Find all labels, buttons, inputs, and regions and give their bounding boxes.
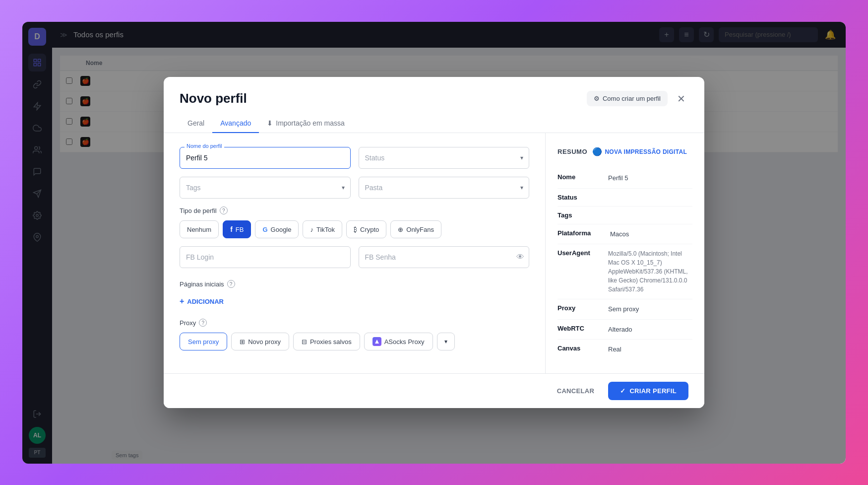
- fb-login-field: [180, 246, 351, 268]
- summary-row-plataforma: Plataforma Macos: [558, 224, 692, 245]
- start-pages-label: Páginas iniciais ?: [180, 280, 529, 288]
- tags-field: Tags: [180, 177, 351, 199]
- proxy-novo-label: Novo proxy: [248, 338, 281, 346]
- check-icon: ✓: [620, 387, 625, 395]
- summary-value-canvas: Real: [608, 345, 621, 354]
- summary-value-plataforma: Macos: [608, 229, 629, 239]
- proxy-sem-proxy-label: Sem proxy: [188, 338, 219, 346]
- fb-senha-field: 👁: [359, 246, 530, 268]
- fb-icon: f: [230, 225, 233, 233]
- proxy-sem-proxy[interactable]: Sem proxy: [180, 333, 227, 350]
- form-row-name-status: Nome do perfil Status: [180, 147, 529, 169]
- create-profile-button[interactable]: ✓ CRIAR PERFIL: [608, 382, 688, 400]
- pasta-select[interactable]: Pasta: [359, 177, 530, 199]
- proxy-asocks-label: ASocks Proxy: [384, 338, 425, 346]
- saved-proxy-icon: ⊟: [302, 338, 307, 346]
- modal-tabs: Geral Avançado ⬇ Importação em massa: [164, 114, 704, 133]
- close-button[interactable]: ✕: [674, 91, 688, 106]
- add-label: ADICIONAR: [187, 298, 224, 305]
- summary-value-useragent: Mozilla/5.0 (Macintosh; Intel Mac OS X 1…: [608, 249, 692, 294]
- summary-key-webrtc: WebRTC: [558, 325, 602, 332]
- type-onlyfans[interactable]: ⊕ OnlyFans: [390, 220, 441, 238]
- tab-importacao-label: Importação em massa: [276, 119, 345, 127]
- pasta-field: Pasta: [359, 177, 530, 199]
- proxy-salvos[interactable]: ⊟ Proxies salvos: [293, 333, 360, 350]
- summary-row-tags: Tags: [558, 207, 692, 224]
- profile-type-help-icon[interactable]: ?: [220, 207, 228, 214]
- tab-importacao[interactable]: ⬇ Importação em massa: [259, 114, 353, 133]
- help-button[interactable]: ⚙ Como criar um perfil: [587, 91, 668, 106]
- summary-value-nome: Perfil 5: [608, 173, 628, 183]
- asocks-icon: [372, 337, 381, 346]
- summary-key-nome: Nome: [558, 173, 602, 181]
- type-crypto[interactable]: ₿ Crypto: [346, 220, 386, 238]
- start-pages-help-icon[interactable]: ?: [227, 280, 235, 288]
- tiktok-icon: ♪: [310, 226, 313, 233]
- profile-name-input[interactable]: [180, 147, 351, 169]
- type-nenhum[interactable]: Nenhum: [180, 220, 219, 238]
- fb-senha-input[interactable]: [359, 246, 530, 268]
- add-page-button[interactable]: + ADICIONAR: [180, 294, 224, 309]
- gear-icon: ⚙: [594, 95, 600, 102]
- create-label: CRIAR PERFIL: [629, 387, 677, 395]
- profile-name-field: Nome do perfil: [180, 147, 351, 169]
- proxy-dropdown-toggle[interactable]: ▾: [437, 333, 455, 350]
- start-pages-section: Páginas iniciais ? + ADICIONAR: [180, 280, 529, 309]
- form-section: Nome do perfil Status: [164, 133, 546, 373]
- status-field: Status: [359, 147, 530, 169]
- summary-value-proxy: Sem proxy: [608, 304, 639, 314]
- cancel-button[interactable]: CANCELAR: [549, 382, 602, 400]
- modal-header: Novo perfil ⚙ Como criar um perfil ✕: [164, 77, 704, 106]
- summary-row-canvas: Canvas Real: [558, 340, 692, 359]
- profile-name-label: Nome do perfil: [185, 143, 224, 149]
- summary-section: RESUMO 🔵 NOVA IMPRESSÃO DIGITAL Nome Per…: [546, 133, 704, 373]
- summary-row-nome: Nome Perfil 5: [558, 168, 692, 189]
- profile-types: Nenhum f FB G Google ♪: [180, 220, 529, 238]
- proxy-buttons: Sem proxy ⊞ Novo proxy ⊟ Proxies salvos: [180, 333, 529, 350]
- onlyfans-icon: ⊕: [398, 226, 403, 233]
- type-nenhum-label: Nenhum: [187, 226, 211, 233]
- type-onlyfans-label: OnlyFans: [406, 226, 434, 233]
- password-toggle[interactable]: 👁: [516, 253, 524, 262]
- tab-avancado[interactable]: Avançado: [212, 114, 259, 133]
- fingerprint-icon: 🔵: [592, 147, 602, 156]
- type-fb-label: FB: [236, 226, 244, 233]
- profile-type-label: Tipo de perfil: [180, 207, 217, 214]
- type-google[interactable]: G Google: [255, 220, 299, 238]
- modal-body: Nome do perfil Status: [164, 133, 704, 373]
- type-tiktok[interactable]: ♪ TikTok: [303, 220, 342, 238]
- new-fingerprint-label: NOVA IMPRESSÃO DIGITAL: [605, 148, 687, 155]
- proxy-salvos-label: Proxies salvos: [310, 338, 352, 346]
- summary-key-useragent: UserAgent: [558, 249, 602, 257]
- form-row-tags-pasta: Tags Pasta: [180, 177, 529, 199]
- main-content: ≫ Todos os perfis + ≡ ↻ 🔔 Nome 🍎: [52, 22, 846, 464]
- proxy-section-label: Proxy ?: [180, 319, 529, 327]
- new-fingerprint-button[interactable]: 🔵 NOVA IMPRESSÃO DIGITAL: [592, 147, 687, 156]
- type-google-label: Google: [271, 226, 292, 233]
- crypto-icon: ₿: [354, 226, 357, 233]
- fb-login-input[interactable]: [180, 246, 351, 268]
- profile-type-section-label: Tipo de perfil ?: [180, 207, 529, 214]
- tags-select[interactable]: Tags: [180, 177, 351, 199]
- summary-row-useragent: UserAgent Mozilla/5.0 (Macintosh; Intel …: [558, 244, 692, 299]
- download-icon: ⬇: [267, 119, 273, 127]
- proxy-asocks[interactable]: ASocks Proxy: [364, 333, 433, 350]
- summary-key-tags: Tags: [558, 211, 602, 219]
- modal-title: Novo perfil: [180, 91, 247, 106]
- tab-geral[interactable]: Geral: [180, 114, 212, 133]
- app-shell: D AL PT: [22, 22, 846, 464]
- summary-title: RESUMO: [558, 148, 587, 155]
- modal-overlay: Novo perfil ⚙ Como criar um perfil ✕ Ger…: [22, 22, 846, 464]
- summary-key-proxy: Proxy: [558, 304, 602, 312]
- google-icon: G: [262, 226, 267, 233]
- type-fb[interactable]: f FB: [223, 220, 251, 238]
- new-profile-modal: Novo perfil ⚙ Como criar um perfil ✕ Ger…: [164, 77, 704, 408]
- proxy-help-icon[interactable]: ?: [199, 319, 207, 327]
- proxy-novo[interactable]: ⊞ Novo proxy: [231, 333, 289, 350]
- type-crypto-label: Crypto: [360, 226, 379, 233]
- tab-geral-label: Geral: [187, 119, 204, 127]
- summary-key-plataforma: Plataforma: [558, 229, 602, 237]
- status-select[interactable]: Status: [359, 147, 530, 169]
- modal-footer: CANCELAR ✓ CRIAR PERFIL: [164, 373, 704, 408]
- plus-icon: +: [180, 297, 184, 306]
